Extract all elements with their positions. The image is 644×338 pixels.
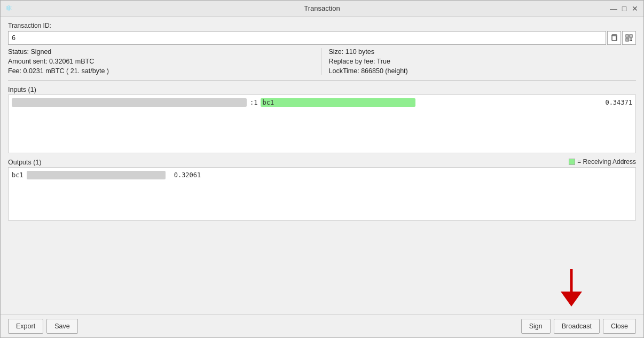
input-row: :1 bc1 0.34371 [12,97,632,108]
status-text: Status: Signed [8,48,316,56]
svg-rect-8 [631,38,632,40]
svg-rect-6 [627,40,628,41]
minimize-button[interactable]: — [609,4,618,13]
title-bar: ⚛ Transaction — □ ✕ [1,1,643,17]
app-icon: ⚛ [5,3,12,13]
qr-txid-button[interactable] [622,31,636,45]
maximize-button[interactable]: □ [620,4,629,13]
input-amount: 0.34371 [605,99,632,106]
input-index: :1 [250,99,257,106]
receiving-address-indicator [569,159,575,165]
inputs-section: Inputs (1) :1 bc1 0.34371 [8,84,636,153]
svg-rect-10 [631,40,632,41]
window-title: Transaction [304,4,340,12]
replace-by-fee-text: Replace by fee: True [329,58,637,65]
svg-rect-4 [631,36,632,37]
meta-section: Status: Signed Amount sent: 0.32061 mBTC… [8,48,636,81]
output-amount: 0.32061 [174,171,201,179]
fee-text: Fee: 0.0231 mBTC ( 21. sat/byte ) [8,67,316,75]
save-button[interactable]: Save [46,319,78,334]
tx-id-label: Transaction ID: [8,22,636,29]
footer: Export Save Sign Broadcast Close [1,314,643,337]
inputs-table: :1 bc1 0.34371 [8,95,636,153]
output-row: bc1 0.32061 [12,170,632,180]
output-addr-prefix: bc1 [12,171,23,179]
outputs-table: bc1 0.32061 [8,167,636,221]
svg-rect-9 [630,40,631,41]
export-button[interactable]: Export [8,319,43,334]
size-text: Size: 110 bytes [329,48,637,56]
receiving-legend-text: = Receiving Address [577,158,636,166]
window-controls: — □ ✕ [609,4,639,13]
content-area: Transaction ID: [1,17,643,314]
svg-rect-2 [627,36,628,37]
outputs-header: Outputs (1) [8,159,42,166]
meta-left: Status: Signed Amount sent: 0.32061 mBTC… [8,48,321,75]
tx-id-input-row [8,31,636,45]
sign-button[interactable]: Sign [521,319,551,334]
amount-sent-text: Amount sent: 0.32061 mBTC [8,58,316,65]
footer-right: Sign Broadcast Close [521,319,636,334]
output-hash-blurred [27,171,166,179]
meta-right: Size: 110 bytes Replace by fee: True Loc… [321,48,637,75]
inputs-header: Inputs (1) [8,86,636,93]
broadcast-button[interactable]: Broadcast [554,319,600,334]
input-hash-blurred [12,98,247,107]
svg-rect-7 [630,38,631,40]
tx-id-input[interactable] [8,31,606,45]
close-button[interactable]: ✕ [631,4,639,13]
receiving-legend: = Receiving Address [569,158,636,166]
title-bar-left: ⚛ [5,3,12,13]
outputs-header-row: Outputs (1) = Receiving Address [8,156,636,167]
close-dialog-button[interactable]: Close [603,319,636,334]
tx-id-section: Transaction ID: [8,22,636,45]
transaction-window: ⚛ Transaction — □ ✕ Transaction ID: [0,0,644,338]
input-addr-blurred: bc1 [261,98,415,107]
svg-rect-0 [612,36,616,41]
outputs-section: Outputs (1) = Receiving Address bc1 0.32… [8,156,636,221]
copy-txid-button[interactable] [607,31,621,45]
locktime-text: LockTime: 866850 (height) [329,67,637,75]
